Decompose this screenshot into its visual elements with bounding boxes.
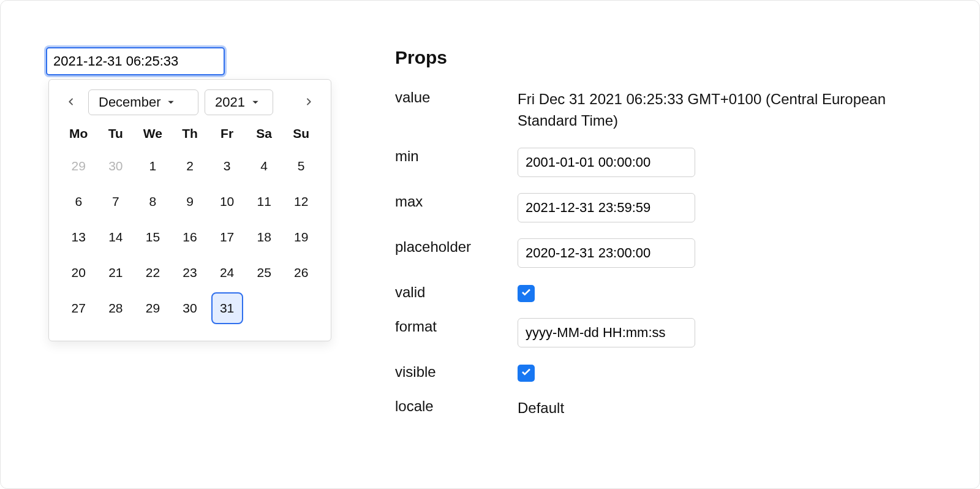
calendar-day[interactable]: 23 (172, 255, 209, 290)
visible-checkbox[interactable] (518, 365, 535, 382)
prev-month-button[interactable] (60, 91, 82, 113)
weekday-cell: Mo (60, 121, 97, 146)
calendar-day-number: 27 (72, 301, 86, 316)
demo-stage: December 2021 MoT (0, 0, 980, 489)
calendar-day-number: 15 (146, 230, 160, 245)
prop-label-value: value (395, 89, 511, 106)
calendar-day[interactable]: 8 (134, 184, 172, 219)
prop-label-valid: valid (395, 284, 511, 301)
prop-label-format: format (395, 318, 511, 335)
calendar-day-number: 11 (257, 194, 271, 209)
calendar-day-number: 28 (108, 301, 123, 316)
placeholder-input[interactable] (518, 238, 695, 268)
weekday-cell: Tu (97, 121, 135, 146)
calendar-day[interactable]: 29 (134, 290, 172, 326)
calendar-day-number: 10 (220, 194, 234, 209)
year-select-label: 2021 (215, 94, 245, 110)
calendar-popover: December 2021 MoT (48, 79, 331, 341)
calendar-day-number: 4 (260, 159, 268, 173)
calendar-day[interactable]: 4 (246, 148, 283, 184)
calendar-day[interactable]: 16 (172, 219, 209, 255)
calendar-day-number: 13 (72, 230, 86, 245)
props-heading: Props (395, 47, 934, 68)
calendar-day[interactable]: 17 (208, 219, 246, 255)
calendar-day[interactable]: 13 (60, 219, 97, 255)
prop-value-text: Fri Dec 31 2021 06:25:33 GMT+0100 (Centr… (518, 89, 897, 132)
calendar-day-number: 29 (146, 301, 160, 316)
month-select-label: December (99, 94, 160, 110)
calendar-day[interactable]: 19 (282, 219, 320, 255)
calendar-day[interactable]: 9 (172, 184, 209, 219)
min-input[interactable] (518, 148, 695, 177)
calendar-day-number: 1 (149, 159, 157, 173)
calendar-day-number: 14 (108, 230, 123, 245)
prop-label-locale: locale (395, 398, 511, 415)
calendar-day-number: 30 (108, 159, 123, 173)
weekday-cell: Sa (246, 121, 283, 146)
calendar-day-number: 18 (257, 230, 271, 245)
calendar-day[interactable]: 27 (60, 290, 97, 326)
prop-label-max: max (395, 193, 511, 210)
calendar-day[interactable]: 21 (97, 255, 135, 290)
calendar-day[interactable]: 24 (208, 255, 246, 290)
calendar-day[interactable]: 10 (208, 184, 246, 219)
year-select[interactable]: 2021 (205, 89, 273, 115)
datepicker-column: December 2021 MoT (46, 47, 334, 75)
calendar-day[interactable]: 2 (172, 148, 209, 184)
prop-locale-value: Default (518, 398, 897, 419)
calendar-day[interactable]: 22 (134, 255, 172, 290)
calendar-day[interactable]: 6 (60, 184, 97, 219)
calendar-day[interactable]: 26 (282, 255, 320, 290)
calendar-day[interactable]: 3 (208, 148, 246, 184)
valid-checkbox[interactable] (518, 285, 535, 302)
calendar-day[interactable]: 11 (246, 184, 283, 219)
calendar-day-number: 17 (220, 230, 234, 245)
check-icon (521, 365, 532, 381)
caret-down-icon (167, 94, 175, 110)
format-input[interactable] (518, 318, 695, 347)
calendar-day[interactable]: 25 (246, 255, 283, 290)
props-panel: Props value Fri Dec 31 2021 06:25:33 GMT… (395, 47, 934, 434)
weekday-cell: We (134, 121, 172, 146)
calendar-day-number: 9 (186, 194, 194, 209)
weekday-row: MoTuWeThFrSaSu (60, 121, 320, 146)
calendar-day[interactable]: 31 (208, 290, 246, 326)
calendar-day-number: 22 (146, 265, 160, 280)
max-input[interactable] (518, 193, 695, 222)
calendar-day-number: 24 (220, 265, 234, 280)
weekday-cell: Su (282, 121, 320, 146)
calendar-grid: 2930123456789101112131415161718192021222… (60, 148, 320, 326)
calendar-day-number: 30 (183, 301, 197, 316)
prop-label-min: min (395, 148, 511, 165)
chevron-left-icon (66, 94, 76, 110)
calendar-day-number: 16 (183, 230, 197, 245)
calendar-day-number: 23 (183, 265, 197, 280)
calendar-day-number: 6 (75, 194, 82, 209)
calendar-day[interactable]: 7 (97, 184, 135, 219)
calendar-day[interactable]: 5 (282, 148, 320, 184)
calendar-header: December 2021 (60, 89, 320, 115)
calendar-day[interactable]: 18 (246, 219, 283, 255)
month-select[interactable]: December (88, 89, 198, 115)
calendar-day-number: 19 (294, 230, 308, 245)
calendar-day[interactable]: 28 (97, 290, 135, 326)
prop-label-placeholder: placeholder (395, 238, 511, 256)
calendar-day-number: 12 (294, 194, 308, 209)
calendar-day[interactable]: 20 (60, 255, 97, 290)
calendar-day[interactable]: 30 (97, 148, 135, 184)
caret-down-icon (251, 94, 260, 110)
calendar-day[interactable]: 1 (134, 148, 172, 184)
calendar-day[interactable]: 30 (172, 290, 209, 326)
calendar-day-number: 29 (72, 159, 86, 173)
calendar-day[interactable]: 29 (60, 148, 97, 184)
chevron-right-icon (304, 94, 314, 110)
calendar-day-number: 5 (298, 159, 305, 173)
calendar-day[interactable]: 15 (134, 219, 172, 255)
calendar-day[interactable]: 12 (282, 184, 320, 219)
calendar-day[interactable]: 14 (97, 219, 135, 255)
next-month-button[interactable] (298, 91, 320, 113)
prop-label-visible: visible (395, 363, 511, 381)
calendar-day-number: 21 (108, 265, 123, 280)
datetime-input[interactable] (46, 47, 225, 75)
calendar-day-number: 20 (72, 265, 86, 280)
